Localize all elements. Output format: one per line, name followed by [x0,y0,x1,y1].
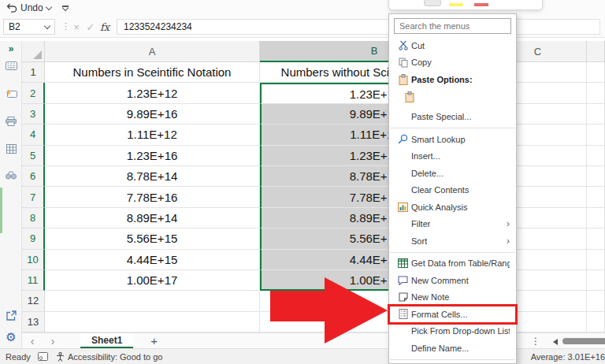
column-header-partial[interactable] [587,41,605,62]
table-row: 95.56E+155.56E+15 [22,228,605,249]
cell-D2[interactable] [587,83,605,103]
binoculars-icon[interactable] [0,171,22,180]
hscroll-left-arrow[interactable] [553,339,558,345]
open-external-icon[interactable] [0,310,22,321]
row-header-2[interactable]: 2 [22,83,45,103]
row-header-13[interactable]: 13 [22,312,45,332]
menu-search-input[interactable] [395,19,510,33]
row-header-7[interactable]: 7 [22,187,45,207]
mini-toolbar-button[interactable] [424,0,441,6]
row-header-12[interactable]: 12 [22,291,45,311]
cell-D9[interactable] [587,228,605,249]
qat-customize-icon[interactable] [62,6,69,9]
undo-dropdown-icon[interactable] [45,3,51,9]
cell-D12[interactable] [587,291,605,311]
add-sheet-button[interactable]: + [150,334,158,347]
menu-item-new-note[interactable]: New Note [389,289,516,306]
menu-item-define-name[interactable]: Define Name... [389,340,516,357]
row-header-1[interactable]: 1 [22,62,45,83]
cell-A13[interactable] [45,312,260,332]
row-header-6[interactable]: 6 [22,166,45,187]
accessibility-status[interactable]: Accessibility: Good to go [68,352,162,362]
cancel-button[interactable]: × [69,18,84,35]
cell-D6[interactable] [587,166,605,187]
note-icon [395,292,411,302]
menu-item-new-comment[interactable]: New Comment [389,272,516,289]
accessibility-icon[interactable] [56,352,65,362]
cell-A10[interactable]: 4.44E+15 [45,250,260,270]
cell-A9[interactable]: 5.56E+15 [45,228,260,249]
row-header-4[interactable]: 4 [22,124,45,145]
prev-sheet-arrow[interactable]: ‹ [22,335,43,347]
row-header-5[interactable]: 5 [22,146,45,166]
paste-option-button[interactable] [389,88,516,109]
select-all-corner[interactable] [22,41,45,62]
menu-item-get-data-from-table-range[interactable]: Get Data from Table/Range... [389,255,516,273]
cell-D3[interactable] [587,104,605,124]
flash-fill-icon[interactable] [0,89,22,98]
table-grid-icon[interactable] [0,144,22,154]
cell-A8[interactable]: 8.89E+14 [45,208,260,228]
expand-sidebar-icon[interactable]: » [0,43,22,54]
menu-item-quick-analysis[interactable]: Quick Analysis [389,199,516,216]
cell-D10[interactable] [587,250,605,270]
menu-item-smart-lookup[interactable]: Smart Lookup [389,131,516,148]
cell-A5[interactable]: 1.23E+16 [45,146,260,166]
name-box-dropdown-icon[interactable] [44,22,50,28]
cell-A7[interactable]: 7.78E+16 [45,187,260,207]
name-box[interactable]: B2 [3,19,55,35]
cell-A3[interactable]: 9.89E+16 [45,104,260,124]
menu-item-paste-options[interactable]: Paste Options: [389,71,516,88]
horizontal-scrollbar-thumb[interactable] [562,338,605,344]
settings-gear-icon[interactable]: ⚙ [0,331,22,343]
menu-item-format-cells[interactable]: Format Cells... [389,306,516,323]
menu-item-insert[interactable]: Insert... [389,148,516,165]
row-header-9[interactable]: 9 [22,228,45,249]
cell-D8[interactable] [587,208,605,228]
formula-input[interactable] [117,19,600,35]
keyboard-icon[interactable] [0,61,22,70]
row-header-8[interactable]: 8 [22,208,45,228]
cell-D1[interactable] [587,62,605,83]
cell-A12[interactable] [45,291,260,311]
menu-search-box[interactable] [394,18,511,34]
cell-A11[interactable]: 1.00E+17 [45,270,260,291]
menu-item-pick-from-drop-down-list[interactable]: Pick From Drop-down List... [389,323,516,340]
cell-D13[interactable] [587,312,605,332]
printer-icon[interactable] [0,117,22,126]
highlight-color-swatch[interactable] [449,3,463,6]
submenu-arrow-icon: › [507,236,510,247]
cell-D4[interactable] [587,124,605,145]
tab-bar-more-icon[interactable]: ⋮ [531,336,540,347]
row-header-11[interactable]: 11 [22,270,45,291]
row-header-3[interactable]: 3 [22,104,45,124]
cell-A2[interactable]: 1.23E+12 [45,83,260,103]
menu-item-label: Pick From Drop-down List... [411,326,510,336]
menu-item-cut[interactable]: Cut [389,37,516,54]
menu-item-delete[interactable]: Delete... [389,165,516,182]
font-color-swatch[interactable] [474,3,488,6]
menu-item-filter[interactable]: Filter› [389,216,516,233]
table-row: 77.78E+167.78E+16 [22,187,605,207]
enter-button[interactable]: ✓ [84,18,98,35]
menu-item-sort[interactable]: Sort› [389,232,516,250]
menu-item-clear-contents[interactable]: Clear Contents [389,182,516,199]
sheet-tab-sheet1[interactable]: Sheet1 [80,333,133,349]
menu-item-copy[interactable]: Copy [389,54,516,72]
cell-A4[interactable]: 1.11E+12 [45,124,260,145]
menu-item-label: Cut [411,41,425,50]
menu-item-paste-special[interactable]: Paste Special... [389,109,516,126]
cell-D7[interactable] [587,187,605,207]
table-row: 104.44E+154.44E+15 [22,250,605,270]
context-menu: CutCopyPaste Options:Paste Special...Sma… [388,13,517,364]
cell-D5[interactable] [587,146,605,166]
insert-function-button[interactable]: fx [98,18,112,35]
cell-A1[interactable]: Numbers in Sceintific Notation [45,62,260,83]
next-sheet-arrow[interactable]: › [43,335,63,347]
undo-button[interactable]: Undo [0,2,51,13]
macro-record-icon[interactable] [38,352,48,361]
cell-D11[interactable] [587,270,605,291]
cell-A6[interactable]: 8.78E+14 [45,166,260,187]
column-header-A[interactable]: A [45,41,260,62]
row-header-10[interactable]: 10 [22,250,45,270]
